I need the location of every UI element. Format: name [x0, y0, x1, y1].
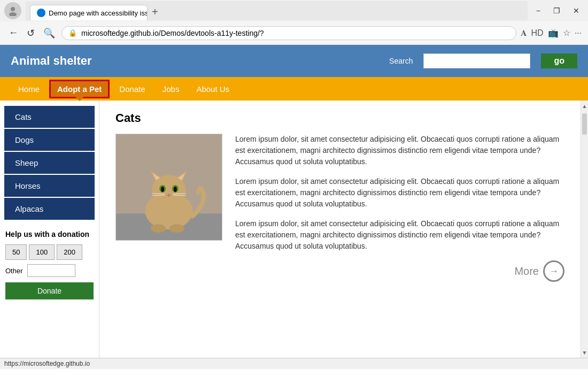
- lock-icon: 🔒: [68, 29, 77, 37]
- site-title: Animal shelter: [11, 54, 378, 68]
- user-avatar[interactable]: [4, 2, 21, 19]
- sidebar-item-sheep[interactable]: Sheep: [4, 152, 95, 174]
- donation-amounts: 50 100 200: [5, 244, 94, 260]
- svg-point-19: [151, 224, 166, 233]
- main-content: Cats: [99, 101, 581, 358]
- other-amount-input[interactable]: [27, 264, 75, 277]
- more-link[interactable]: More →: [235, 260, 564, 282]
- address-bar[interactable]: 🔒 microsoftedge.github.io/Demos/devtools…: [61, 26, 516, 40]
- cast-button[interactable]: 📺: [548, 28, 559, 38]
- nav-actions: 𝐀 HD 📺 ☆ ···: [521, 28, 582, 38]
- status-url: https://microsoftedge.github.io: [4, 360, 90, 367]
- svg-point-20: [169, 224, 184, 233]
- favorites-button[interactable]: ☆: [563, 28, 570, 38]
- scrollbar[interactable]: ▲ ▼: [581, 101, 588, 358]
- donation-title: Help us with a donation: [5, 229, 94, 239]
- amount-100-button[interactable]: 100: [29, 244, 55, 260]
- other-amount-row: Other: [5, 264, 94, 277]
- svg-point-13: [174, 187, 177, 192]
- sidebar-item-alpacas[interactable]: Alpacas: [4, 198, 95, 220]
- site-body: Cats Dogs Sheep Horses Alpacas Help us w…: [0, 101, 588, 358]
- immersive-reader-button[interactable]: HD: [531, 28, 544, 38]
- lorem-para-1: Lorem ipsum dolor, sit amet consectetur …: [235, 134, 564, 167]
- window-controls: − ❐ ✕: [532, 5, 584, 16]
- back-button[interactable]: ←: [6, 25, 20, 41]
- tab-title: Demo page with accessibility issu: [49, 9, 148, 17]
- edge-icon: [37, 9, 45, 17]
- navigation-bar: ← ↺ 🔍 🔒 microsoftedge.github.io/Demos/de…: [0, 21, 588, 45]
- restore-button[interactable]: ❐: [549, 5, 564, 16]
- search-input[interactable]: [423, 53, 530, 68]
- site-wrapper: Animal shelter Search go Home Adopt a Pe…: [0, 45, 588, 358]
- more-arrow-icon: →: [543, 260, 564, 282]
- other-label: Other: [5, 267, 23, 275]
- svg-point-0: [11, 7, 15, 11]
- nav-about[interactable]: About Us: [189, 80, 237, 98]
- svg-point-12: [161, 187, 164, 192]
- nav-jobs[interactable]: Jobs: [155, 80, 187, 98]
- site-header: Animal shelter Search go: [0, 45, 588, 77]
- more-button[interactable]: ···: [575, 28, 582, 38]
- url-text: microsoftedge.github.io/Demos/devtools-a…: [81, 29, 509, 37]
- sidebar-item-dogs[interactable]: Dogs: [4, 129, 95, 151]
- new-tab-button[interactable]: +: [148, 4, 163, 20]
- search-label: Search: [389, 57, 413, 65]
- browser-tab[interactable]: Demo page with accessibility issu ✕: [30, 5, 148, 20]
- cat-image: [115, 134, 222, 241]
- go-button[interactable]: go: [541, 53, 577, 68]
- nav-donate[interactable]: Donate: [112, 80, 152, 98]
- amount-50-button[interactable]: 50: [5, 244, 27, 260]
- title-bar: Demo page with accessibility issu ✕ + − …: [0, 0, 588, 21]
- sidebar-item-cats[interactable]: Cats: [4, 106, 95, 128]
- page-title: Cats: [115, 111, 564, 125]
- amount-200-button[interactable]: 200: [57, 244, 82, 260]
- minimize-button[interactable]: −: [532, 5, 545, 16]
- browser-window: Demo page with accessibility issu ✕ + − …: [0, 0, 588, 45]
- sidebar-item-horses[interactable]: Horses: [4, 175, 95, 197]
- nav-home[interactable]: Home: [11, 80, 47, 98]
- text-content: Lorem ipsum dolor, sit amet consectetur …: [235, 134, 564, 282]
- nav-adopt[interactable]: Adopt a Pet: [49, 80, 110, 98]
- site-navigation: Home Adopt a Pet Donate Jobs About Us: [0, 77, 588, 101]
- more-label: More: [514, 265, 539, 278]
- read-aloud-button[interactable]: 𝐀: [521, 28, 527, 38]
- refresh-button[interactable]: ↺: [25, 25, 37, 41]
- sidebar: Cats Dogs Sheep Horses Alpacas Help us w…: [0, 101, 99, 358]
- svg-point-1: [9, 12, 17, 16]
- donation-section: Help us with a donation 50 100 200 Other…: [0, 221, 99, 308]
- donate-button[interactable]: Donate: [5, 282, 94, 299]
- content-area: Lorem ipsum dolor, sit amet consectetur …: [115, 134, 564, 282]
- lorem-para-3: Lorem ipsum dolor, sit amet consectetur …: [235, 218, 564, 252]
- close-button[interactable]: ✕: [569, 5, 584, 16]
- lorem-para-2: Lorem ipsum dolor, sit amet consectetur …: [235, 176, 564, 210]
- search-button[interactable]: 🔍: [41, 25, 57, 41]
- status-bar: https://microsoftedge.github.io: [0, 358, 588, 369]
